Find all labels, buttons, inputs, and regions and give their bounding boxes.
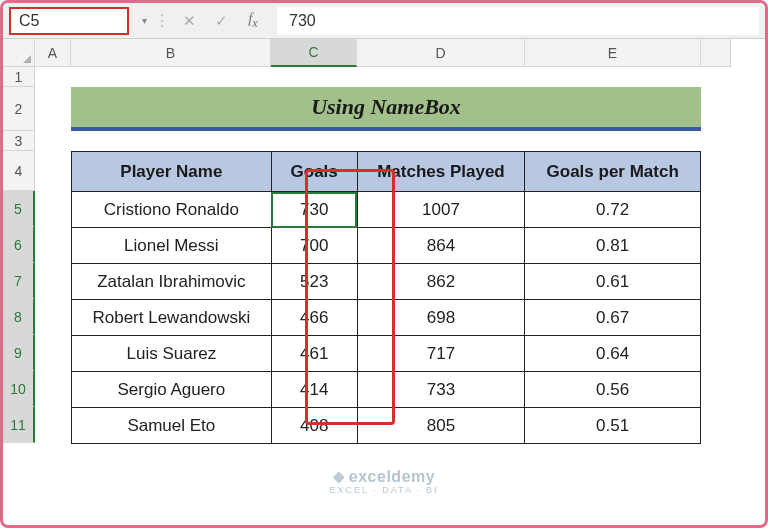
cell-goals[interactable]: 700 [271,228,357,264]
cell-matches[interactable]: 805 [357,408,525,444]
row-header-1[interactable]: 1 [3,67,35,87]
column-headers: A B C D E [35,39,765,67]
col-header-e[interactable]: E [525,39,701,67]
row-header-6[interactable]: 6 [3,227,35,263]
data-table: Player Name Goals Matches Played Goals p… [71,151,701,444]
cell-goals[interactable]: 461 [271,336,357,372]
cell-goals[interactable]: 523 [271,264,357,300]
th-player[interactable]: Player Name [72,152,272,192]
col-header-b[interactable]: B [71,39,271,67]
cell-matches[interactable]: 733 [357,372,525,408]
col-header-blank[interactable] [701,39,731,67]
table-row: Robert Lewandowski 466 698 0.67 [72,300,701,336]
cell-matches[interactable]: 864 [357,228,525,264]
formula-bar: C5 ▾ ⋮ ✕ ✓ fx 730 [3,3,765,39]
cell-goals[interactable]: 414 [271,372,357,408]
name-box[interactable]: C5 [9,7,129,35]
table-row: Lionel Messi 700 864 0.81 [72,228,701,264]
cell-matches[interactable]: 1007 [357,192,525,228]
cell-gpm[interactable]: 0.64 [525,336,701,372]
cell-player[interactable]: Cristiono Ronaldo [72,192,272,228]
row-header-4[interactable]: 4 [3,151,35,191]
cell-goals[interactable]: 466 [271,300,357,336]
fx-icon[interactable]: fx [245,10,261,31]
cell-player[interactable]: Zatalan Ibrahimovic [72,264,272,300]
name-box-dropdown-icon[interactable]: ▾ [135,7,153,35]
cell-player[interactable]: Lionel Messi [72,228,272,264]
divider: ⋮ [159,10,165,32]
th-goals[interactable]: Goals [271,152,357,192]
cell-player[interactable]: Sergio Aguero [72,372,272,408]
enter-icon[interactable]: ✓ [213,12,229,30]
formula-bar-buttons: ✕ ✓ fx [171,10,271,31]
formula-value: 730 [289,12,316,30]
col-header-d[interactable]: D [357,39,525,67]
select-all-corner[interactable] [3,39,35,67]
table-body: Cristiono Ronaldo 730 1007 0.72 Lionel M… [72,192,701,444]
cell-gpm[interactable]: 0.67 [525,300,701,336]
row-header-11[interactable]: 11 [3,407,35,443]
row-headers: 1 2 3 4 5 6 7 8 9 10 11 [3,67,35,443]
cell-gpm[interactable]: 0.61 [525,264,701,300]
table-row: Luis Suarez 461 717 0.64 [72,336,701,372]
table-row: Samuel Eto 408 805 0.51 [72,408,701,444]
name-box-value: C5 [19,12,39,30]
col-header-c[interactable]: C [271,39,357,67]
th-matches[interactable]: Matches Played [357,152,525,192]
cell-matches[interactable]: 717 [357,336,525,372]
table-header-row: Player Name Goals Matches Played Goals p… [72,152,701,192]
cell-gpm[interactable]: 0.56 [525,372,701,408]
table-row: Sergio Aguero 414 733 0.56 [72,372,701,408]
row-header-8[interactable]: 8 [3,299,35,335]
cell-matches[interactable]: 862 [357,264,525,300]
th-gpm[interactable]: Goals per Match [525,152,701,192]
cell-goals[interactable]: 730 [271,192,357,228]
row-header-2[interactable]: 2 [3,87,35,131]
table-row: Zatalan Ibrahimovic 523 862 0.61 [72,264,701,300]
cell-gpm[interactable]: 0.51 [525,408,701,444]
cell-matches[interactable]: 698 [357,300,525,336]
grid-area: 1 2 3 4 5 6 7 8 9 10 11 A B C D E Using … [3,39,765,525]
row-header-5[interactable]: 5 [3,191,35,227]
row-header-7[interactable]: 7 [3,263,35,299]
cell-gpm[interactable]: 0.72 [525,192,701,228]
cell-player[interactable]: Samuel Eto [72,408,272,444]
table-row: Cristiono Ronaldo 730 1007 0.72 [72,192,701,228]
cell-player[interactable]: Luis Suarez [72,336,272,372]
cancel-icon[interactable]: ✕ [181,12,197,30]
page-title: Using NameBox [311,94,461,120]
row-header-3[interactable]: 3 [3,131,35,151]
cell-gpm[interactable]: 0.81 [525,228,701,264]
col-header-a[interactable]: A [35,39,71,67]
row-header-9[interactable]: 9 [3,335,35,371]
formula-input[interactable]: 730 [277,7,759,35]
title-banner: Using NameBox [71,87,701,131]
cell-player[interactable]: Robert Lewandowski [72,300,272,336]
cell-goals[interactable]: 408 [271,408,357,444]
row-header-10[interactable]: 10 [3,371,35,407]
